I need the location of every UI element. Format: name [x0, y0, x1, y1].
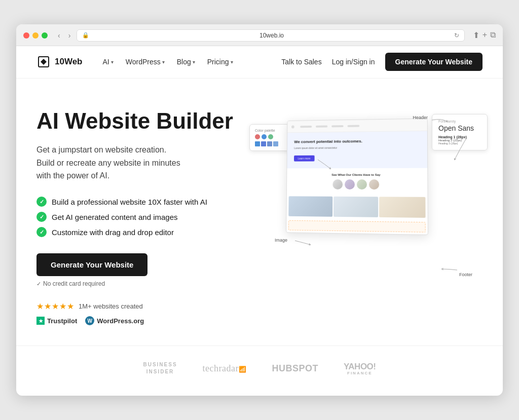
mockup-nav-link-2: [316, 125, 327, 127]
trustpilot-badge: ★ Trustpilot: [36, 317, 77, 325]
press-logo-yahoo: YAHOO! FINANCE: [344, 362, 376, 375]
new-tab-icon[interactable]: +: [483, 30, 487, 40]
url-text: 10web.io: [92, 32, 451, 39]
feature-text-3: Customize with drag and drop editor: [52, 228, 174, 237]
color-sq-1: [255, 141, 260, 146]
wordpress-badge: W WordPress.org: [85, 316, 144, 325]
mockup-clients-title: See What Our Clients Have to Say: [292, 173, 422, 176]
wordpress-icon: W: [85, 316, 94, 325]
hero-subtitle: Get a jumpstart on website creation. Bui…: [36, 143, 249, 182]
feature-list: Build a professional website 10X faster …: [36, 197, 249, 237]
mockup-grid-img-2: [333, 197, 379, 217]
browser-actions: ⬆ + ⧉: [473, 30, 496, 40]
chevron-down-icon: ▾: [162, 59, 165, 65]
color-sq-3: [267, 141, 272, 146]
mockup-nav-links: [300, 125, 359, 128]
mockup-images-grid: [286, 195, 427, 220]
back-button[interactable]: ‹: [56, 30, 62, 41]
mockup-grid-img-3: [379, 197, 425, 218]
refresh-icon[interactable]: ↻: [454, 32, 459, 39]
maximize-button[interactable]: [42, 32, 48, 39]
mockup-nav-link-1: [300, 125, 312, 127]
wordpress-label: WordPress.org: [97, 317, 144, 325]
nav-links: AI ▾ WordPress ▾ Blog ▾ Pricing ▾: [98, 55, 282, 69]
close-button[interactable]: [23, 32, 29, 39]
nav-item-wordpress[interactable]: WordPress ▾: [121, 55, 170, 69]
forward-button[interactable]: ›: [66, 30, 73, 41]
feature-text-2: Get AI generated content and images: [52, 213, 178, 221]
mockup-nav-link-4: [348, 125, 360, 127]
press-logo-business-insider: BUSINESSINSIDER: [143, 361, 177, 375]
press-logo-techradar: techradar📶: [203, 363, 247, 374]
browser-window: ‹ › 🔒 10web.io ↻ ⬆ + ⧉ 10Web AI: [16, 24, 503, 396]
minimize-button[interactable]: [32, 32, 39, 39]
color-circle-2: [262, 134, 267, 139]
badges-row: ★ Trustpilot W WordPress.org: [36, 316, 249, 325]
feature-item-2: Get AI generated content and images: [36, 212, 249, 222]
no-credit-text: No credit card required: [36, 280, 249, 287]
font-sub-label: Font family: [438, 120, 481, 123]
login-link[interactable]: Log in/Sign in: [332, 58, 375, 66]
font-heading3: Heading 3 (18px): [438, 142, 481, 145]
feature-item-3: Customize with drag and drop editor: [36, 227, 249, 237]
mockup-hero-text: We convert potential into outcomes.: [294, 138, 420, 145]
feature-text-1: Build a professional website 10X faster …: [52, 198, 207, 206]
generate-website-cta-button[interactable]: Generate Your Website: [36, 253, 147, 276]
chevron-down-icon: ▾: [111, 59, 114, 65]
mockup-dot-1: [291, 125, 294, 128]
nav-item-pricing[interactable]: Pricing ▾: [202, 55, 238, 69]
stars-row: ★★★★★ 1M+ websites created: [36, 301, 249, 311]
mockup-footer: [288, 220, 426, 233]
header-annotation: Header: [413, 115, 428, 120]
cta-section: Generate Your Website No credit card req…: [36, 253, 249, 287]
image-annotation: Image: [275, 238, 287, 243]
mockup-avatar-2: [345, 179, 355, 189]
press-section: BUSINESSINSIDER techradar📶 HubSpot YAHOO…: [16, 346, 503, 396]
nav-right: Talk to Sales Log in/Sign in Generate Yo…: [281, 53, 483, 71]
address-bar[interactable]: 🔒 10web.io ↻: [77, 29, 464, 42]
chevron-down-icon: ▾: [193, 59, 195, 65]
nav-item-blog[interactable]: Blog ▾: [172, 55, 200, 69]
logo-text: 10Web: [55, 57, 83, 67]
hero-section: AI Website Builder Get a jumpstart on we…: [16, 79, 503, 346]
chevron-down-icon: ▾: [231, 59, 233, 65]
browser-chrome: ‹ › 🔒 10web.io ↻ ⬆ + ⧉: [16, 24, 503, 46]
check-icon-3: [36, 227, 47, 237]
footer-annotation: Footer: [459, 272, 472, 277]
press-logo-hubspot: HubSpot: [272, 363, 319, 374]
generate-website-nav-button[interactable]: Generate Your Website: [385, 53, 483, 71]
stars-label: 1M+ websites created: [79, 302, 143, 310]
share-icon[interactable]: ⬆: [473, 30, 479, 40]
lock-icon: 🔒: [82, 32, 89, 39]
nav-item-ai[interactable]: AI ▾: [98, 55, 119, 69]
hero-right: Color palette: [270, 109, 483, 281]
color-circle-3: [268, 134, 273, 139]
mockup-grid-img-1: [288, 197, 332, 217]
trustpilot-icon: ★: [36, 317, 45, 325]
color-sq-4: [273, 141, 278, 146]
nav-ai-label: AI: [103, 58, 109, 66]
logo-icon: [36, 55, 51, 69]
feature-item-1: Build a professional website 10X faster …: [36, 197, 249, 207]
tabs-icon[interactable]: ⧉: [490, 30, 496, 40]
nav-pricing-label: Pricing: [207, 58, 229, 66]
hero-title: AI Website Builder: [36, 109, 249, 133]
check-icon-2: [36, 212, 47, 222]
traffic-lights: [23, 32, 48, 39]
nav-wordpress-label: WordPress: [126, 58, 161, 66]
mockup-nav-link-3: [331, 125, 344, 127]
color-circle-1: [255, 134, 260, 139]
mockup-avatar-3: [357, 179, 367, 189]
navbar: 10Web AI ▾ WordPress ▾ Blog ▾ Pricing ▾ …: [16, 46, 503, 79]
color-sq-2: [261, 141, 266, 146]
mockup-avatars: [292, 179, 422, 190]
font-name: Open Sans: [438, 124, 481, 132]
mockup-avatar-4: [369, 179, 379, 189]
talk-to-sales-link[interactable]: Talk to Sales: [281, 58, 321, 66]
hero-left: AI Website Builder Get a jumpstart on we…: [36, 109, 249, 325]
logo[interactable]: 10Web: [36, 55, 83, 69]
stars: ★★★★★: [36, 301, 75, 311]
font-heading1: Heading 1 (28px): [438, 135, 481, 139]
mockup-cta-btn: Learn more: [294, 156, 314, 162]
mockup-container: Color palette: [270, 109, 483, 281]
